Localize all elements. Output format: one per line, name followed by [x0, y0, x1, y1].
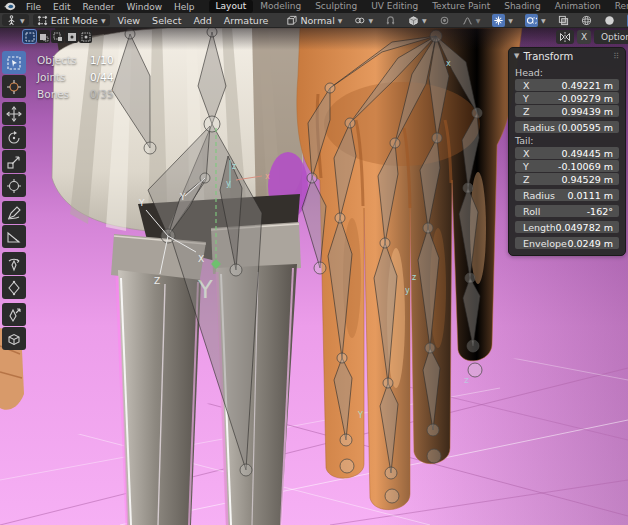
active-object-dropdown[interactable]: ▼ [2, 14, 29, 26]
tool-select-box[interactable] [2, 51, 26, 74]
svg-text:X: X [198, 254, 204, 264]
svg-text:z: z [412, 273, 416, 282]
tool-transform[interactable] [2, 174, 26, 197]
tab-sculpting[interactable]: Sculpting [308, 0, 364, 13]
select-mode-subtract-button[interactable] [51, 30, 64, 43]
panel-collapse-chevron-icon[interactable]: ▼ [514, 52, 519, 60]
menu-armature[interactable]: Armature [218, 15, 275, 26]
tool-bone-envelope[interactable] [2, 276, 26, 299]
mirror-toggle[interactable] [556, 30, 574, 44]
mode-selector[interactable]: Edit Mode ▼ [33, 14, 110, 26]
chevron-down-icon: ▼ [368, 17, 373, 24]
transform-panel-header[interactable]: ▼ Transform ⠿ [509, 48, 625, 64]
field-radius[interactable]: Radius0.0111 m [515, 189, 619, 201]
proportional-editing-toggle[interactable] [435, 14, 454, 26]
field-head-radius[interactable]: Radius (Parent0.00595 m [515, 121, 619, 133]
rotate-icon [6, 130, 22, 146]
menu-file[interactable]: File [20, 2, 47, 12]
falloff-curve-icon [462, 15, 473, 26]
svg-text:y: y [226, 179, 231, 188]
transform-orientation-dropdown[interactable]: Normal ▼ [282, 14, 346, 26]
svg-text:Y: Y [197, 276, 213, 304]
tool-annotate[interactable] [2, 201, 26, 224]
toggle-xray[interactable] [554, 14, 573, 26]
tab-uv-editing[interactable]: UV Editing [364, 0, 425, 13]
blender-logo-icon[interactable] [3, 1, 16, 12]
svg-text:Y: Y [138, 198, 145, 208]
tool-move[interactable] [2, 102, 26, 125]
viewport-3d[interactable]: Y Y Y X Z x z y x z y z Y [0, 28, 628, 525]
tool-bone-size[interactable] [2, 303, 26, 326]
workspace-tabs: Layout Modeling Sculpting UV Editing Tex… [209, 0, 628, 13]
shading-material-button[interactable] [623, 14, 628, 26]
toolbar [2, 51, 26, 351]
mode-subtract-icon [53, 32, 63, 42]
options-button[interactable]: Options [594, 30, 628, 44]
proportional-circle-icon [439, 15, 450, 26]
field-tail-y[interactable]: Y-0.10069 m [515, 160, 619, 172]
field-length[interactable]: Length0.049782 m [515, 221, 619, 233]
tool-cursor[interactable] [2, 75, 26, 98]
tab-texture-paint[interactable]: Texture Paint [425, 0, 497, 13]
snap-toggle[interactable] [381, 14, 400, 26]
move-icon [6, 106, 22, 122]
mirror-icon [559, 31, 571, 43]
svg-text:Y: Y [357, 411, 363, 420]
field-tail-x[interactable]: X0.49445 m [515, 147, 619, 159]
shading-solid-button[interactable] [600, 14, 619, 26]
snap-target-dropdown[interactable]: ▼ [404, 14, 431, 26]
field-roll[interactable]: Roll-162° [515, 205, 619, 217]
select-mode-extend-button[interactable] [37, 30, 50, 43]
field-head-z[interactable]: Z0.99439 m [515, 105, 619, 117]
field-envelope[interactable]: Envelope0.0249 m [515, 237, 619, 249]
menu-edit[interactable]: Edit [47, 2, 76, 12]
panel-drag-grip-icon[interactable]: ⠿ [613, 52, 620, 61]
mode-intersect-icon [81, 32, 91, 42]
tab-shading[interactable]: Shading [497, 0, 548, 13]
scale-icon [6, 154, 22, 170]
menu-help[interactable]: Help [168, 2, 201, 12]
menu-render[interactable]: Render [77, 2, 121, 12]
select-mode-invert-button[interactable] [65, 30, 78, 43]
tool-bone-roll[interactable] [2, 252, 26, 275]
snap-cube-icon [408, 15, 419, 26]
svg-text:z: z [464, 375, 469, 385]
tool-extrude[interactable] [2, 327, 26, 350]
magnet-icon [385, 15, 396, 26]
select-mode-intersect-button[interactable] [79, 30, 92, 43]
pivot-point-icon [354, 15, 365, 26]
extrude-cube-icon [6, 331, 22, 347]
stat-bones: Bones0/35 [37, 86, 114, 103]
chevron-down-icon: ▼ [508, 17, 513, 24]
menu-select[interactable]: Select [146, 15, 187, 26]
show-gizmo-toggle[interactable]: ▼ [488, 14, 517, 26]
tool-scale[interactable] [2, 150, 26, 173]
tool-measure[interactable] [2, 225, 26, 248]
select-mode-set-button[interactable] [23, 30, 36, 43]
mode-label: Edit Mode [51, 15, 98, 26]
menu-add[interactable]: Add [187, 15, 217, 26]
proportional-falloff-dropdown[interactable]: ▼ [458, 14, 485, 26]
field-head-y[interactable]: Y-0.09279 m [515, 92, 619, 104]
orientation-normal-icon [286, 15, 297, 26]
menu-view[interactable]: View [112, 15, 147, 26]
field-head-x[interactable]: X0.49221 m [515, 79, 619, 91]
tab-layout[interactable]: Layout [209, 0, 254, 13]
tab-rendering[interactable]: Rendering [608, 0, 628, 13]
mode-invert-icon [67, 32, 77, 42]
show-overlays-toggle[interactable]: ▼ [521, 14, 550, 26]
mirror-x-button[interactable]: X [577, 30, 591, 44]
svg-text:x: x [265, 172, 270, 181]
solid-sphere-icon [604, 15, 615, 26]
svg-text:Z: Z [154, 276, 160, 286]
menu-window[interactable]: Window [121, 2, 169, 12]
shading-wireframe-button[interactable] [577, 14, 596, 26]
tab-modeling[interactable]: Modeling [253, 0, 308, 13]
field-tail-z[interactable]: Z0.94529 m [515, 173, 619, 185]
chevron-down-icon: ▼ [101, 17, 106, 24]
pivot-point-dropdown[interactable]: ▼ [350, 14, 377, 26]
tool-rotate[interactable] [2, 126, 26, 149]
tab-animation[interactable]: Animation [548, 0, 608, 13]
head-section-label: Head: [515, 66, 619, 79]
tail-section-label: Tail: [515, 134, 619, 147]
